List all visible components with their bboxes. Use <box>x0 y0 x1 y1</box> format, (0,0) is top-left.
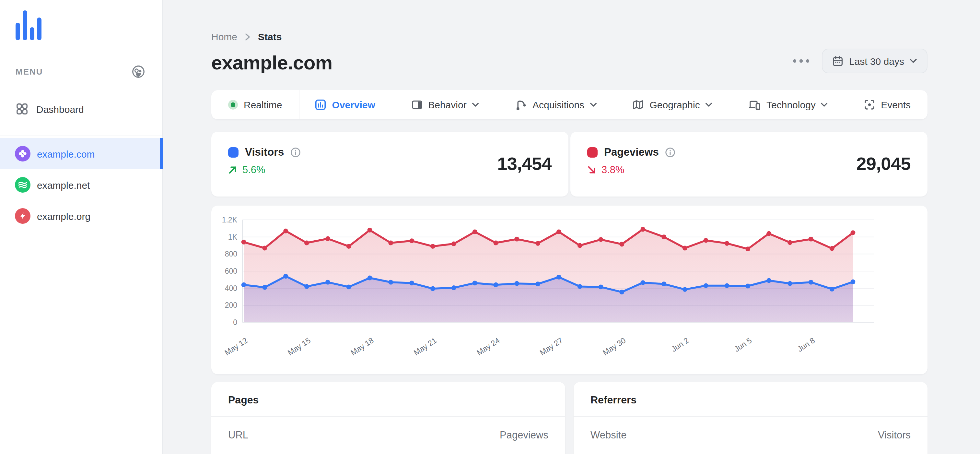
svg-text:Jun 8: Jun 8 <box>795 336 816 354</box>
overview-icon <box>315 99 326 110</box>
sidebar-divider <box>0 135 162 136</box>
svg-text:May 30: May 30 <box>601 336 627 357</box>
bolt-icon <box>15 208 30 224</box>
svg-text:May 12: May 12 <box>223 336 249 357</box>
info-icon[interactable] <box>290 147 301 157</box>
pages-card: Pages URL Pageviews <box>211 382 565 454</box>
breadcrumb-current: Stats <box>258 31 282 42</box>
site-label: example.org <box>37 210 91 221</box>
tabbar-divider <box>299 90 299 119</box>
tab-label: Acquisitions <box>533 99 584 110</box>
breadcrumb-home-link[interactable]: Home <box>211 31 237 42</box>
column-header-visitors: Visitors <box>878 429 911 441</box>
column-header-pageviews: Pageviews <box>500 429 548 441</box>
stat-delta: 3.8% <box>601 164 625 176</box>
referrers-card: Referrers Website Visitors <box>574 382 928 454</box>
site-item-example-net[interactable]: example.net <box>0 169 162 201</box>
tab-label: Technology <box>767 99 816 110</box>
svg-text:400: 400 <box>225 284 237 293</box>
tab-behavior[interactable]: Behavior <box>411 99 479 110</box>
pageviews-value: 29,045 <box>856 154 911 174</box>
tab-geographic[interactable]: Geographic <box>633 99 712 110</box>
breadcrumb: Home Stats <box>211 31 332 42</box>
tab-label: Overview <box>332 99 375 110</box>
events-icon <box>864 99 875 110</box>
tab-overview[interactable]: Overview <box>315 99 375 110</box>
pageviews-swatch <box>587 147 598 157</box>
behavior-icon <box>411 99 422 110</box>
sidebar-collapse-icon[interactable] <box>132 65 145 78</box>
sidebar-item-dashboard[interactable]: Dashboard <box>0 98 162 120</box>
waves-icon <box>15 177 30 193</box>
grid-icon <box>16 103 28 115</box>
tab-label: Behavior <box>428 99 466 110</box>
svg-text:May 27: May 27 <box>538 336 564 357</box>
site-label: example.net <box>37 179 90 190</box>
chevron-down-icon <box>909 58 917 64</box>
sidebar: MENU Dashboard <box>0 0 163 454</box>
info-icon[interactable] <box>665 147 676 157</box>
stat-label: Visitors <box>245 146 284 158</box>
technology-icon <box>748 99 760 110</box>
site-label: example.com <box>37 148 95 159</box>
svg-text:May 21: May 21 <box>412 336 438 357</box>
tab-technology[interactable]: Technology <box>748 99 828 110</box>
tab-label: Realtime <box>244 99 282 110</box>
more-options-button[interactable] <box>791 55 811 67</box>
tab-events[interactable]: Events <box>864 99 911 110</box>
svg-text:May 24: May 24 <box>475 336 501 357</box>
table-title: Referrers <box>574 382 928 416</box>
column-header-website: Website <box>590 429 627 441</box>
chevron-down-icon <box>472 102 479 107</box>
column-header-url: URL <box>228 429 248 441</box>
menu-section-label: MENU <box>16 67 43 76</box>
app-window: MENU Dashboard <box>0 0 980 454</box>
svg-text:Jun 5: Jun 5 <box>733 336 754 354</box>
app-logo-icon <box>15 10 45 41</box>
section-tabbar: Realtime Overview Behavior <box>211 90 928 119</box>
sidebar-item-label: Dashboard <box>36 104 84 115</box>
visitors-stat-card: Visitors 5.6% 13,454 <box>211 132 568 196</box>
page-title: example.com <box>211 52 332 74</box>
site-item-example-org[interactable]: example.org <box>0 201 162 231</box>
geographic-icon <box>633 99 644 110</box>
svg-text:1K: 1K <box>228 233 237 241</box>
live-dot-icon <box>228 100 238 110</box>
svg-text:1.2K: 1.2K <box>222 216 237 224</box>
ellipsis-icon <box>793 59 810 63</box>
site-item-example-com[interactable]: example.com <box>0 138 162 169</box>
svg-text:Jun 2: Jun 2 <box>670 336 690 354</box>
svg-text:May 18: May 18 <box>349 336 375 357</box>
visitors-value: 13,454 <box>497 154 552 174</box>
tab-label: Geographic <box>650 99 700 110</box>
clover-icon <box>15 146 30 161</box>
traffic-line-chart: 02004006008001K1.2KMay 12May 15May 18May… <box>211 205 928 364</box>
table-title: Pages <box>211 382 565 416</box>
stat-label: Pageviews <box>604 146 659 158</box>
visitors-swatch <box>228 147 239 157</box>
svg-text:200: 200 <box>225 301 237 309</box>
pageviews-stat-card: Pageviews 3.8% 29,045 <box>570 132 928 196</box>
trend-up-icon <box>228 166 237 174</box>
chevron-right-icon <box>245 33 250 41</box>
calendar-icon <box>832 56 843 67</box>
svg-text:0: 0 <box>233 318 237 327</box>
stat-delta: 5.6% <box>242 164 266 176</box>
main-content: Home Stats example.com <box>163 0 980 454</box>
site-list: example.com example.net <box>0 138 162 231</box>
chevron-down-icon <box>821 102 828 107</box>
svg-text:May 15: May 15 <box>286 336 312 357</box>
tab-acquisitions[interactable]: Acquisitions <box>515 99 597 111</box>
tab-realtime[interactable]: Realtime <box>228 99 282 110</box>
tables-row: Pages URL Pageviews Referrers Website Vi… <box>211 382 928 454</box>
stats-row: Visitors 5.6% 13,454 <box>211 132 928 196</box>
acquisitions-icon <box>515 99 527 111</box>
date-range-label: Last 30 days <box>849 56 904 67</box>
svg-text:800: 800 <box>225 250 237 258</box>
date-range-button[interactable]: Last 30 days <box>822 49 928 73</box>
traffic-chart-card: 02004006008001K1.2KMay 12May 15May 18May… <box>211 205 928 374</box>
chevron-down-icon <box>590 102 597 107</box>
trend-down-icon <box>587 166 596 174</box>
tab-label: Events <box>881 99 911 110</box>
svg-text:600: 600 <box>225 267 237 275</box>
